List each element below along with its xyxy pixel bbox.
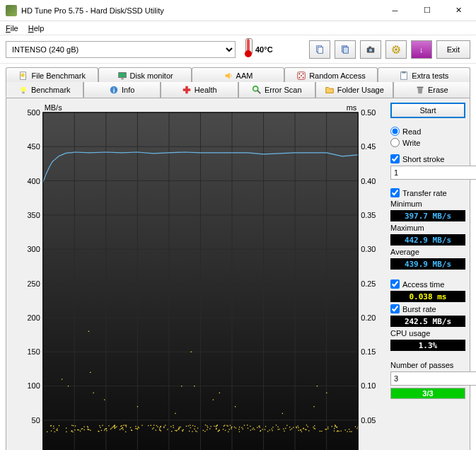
check-burst-rate[interactable]: Burst rate — [390, 304, 465, 313]
svg-rect-159 — [163, 427, 164, 428]
svg-rect-291 — [286, 425, 287, 426]
tab-folder-usage[interactable]: Folder Usage — [315, 82, 393, 98]
svg-rect-153 — [236, 427, 236, 428]
svg-rect-273 — [82, 428, 83, 429]
menu-help[interactable]: Help — [28, 24, 45, 33]
passes-input[interactable] — [390, 371, 476, 386]
svg-rect-172 — [278, 429, 279, 429]
svg-rect-235 — [163, 426, 164, 427]
svg-rect-237 — [303, 428, 303, 429]
copy-info-button[interactable] — [309, 40, 330, 59]
svg-text:0.05: 0.05 — [361, 416, 376, 425]
minimize-button[interactable]: ─ — [379, 1, 411, 21]
tab-file-benchmark[interactable]: File Benchmark — [6, 67, 98, 83]
svg-rect-274 — [108, 425, 109, 426]
check-access-time[interactable]: Access time — [390, 279, 465, 289]
tab-error-scan[interactable]: Error Scan — [238, 82, 316, 98]
svg-rect-341 — [313, 406, 314, 407]
svg-rect-1 — [318, 47, 323, 53]
svg-rect-313 — [156, 429, 156, 430]
svg-rect-340 — [282, 413, 283, 414]
svg-rect-267 — [341, 431, 342, 432]
title-bar: HD Tune Pro 5.75 - Hard Disk/SSD Utility… — [0, 0, 476, 21]
menu-file[interactable]: File — [6, 24, 18, 33]
svg-rect-289 — [77, 429, 78, 430]
tab-health[interactable]: Health — [161, 82, 238, 98]
svg-rect-169 — [351, 431, 352, 432]
start-button[interactable]: Start — [390, 103, 465, 118]
tab-random-access[interactable]: Random Access — [284, 67, 377, 83]
tab-info[interactable]: iInfo — [83, 82, 161, 98]
app-icon — [6, 5, 17, 16]
svg-rect-258 — [234, 427, 235, 427]
save-button[interactable]: ↓ — [411, 40, 432, 59]
svg-rect-142 — [250, 426, 250, 427]
svg-rect-189 — [260, 427, 260, 428]
svg-rect-321 — [114, 425, 115, 426]
svg-rect-217 — [192, 425, 193, 426]
svg-rect-266 — [265, 426, 266, 427]
tab-erase[interactable]: Erase — [393, 82, 471, 98]
svg-rect-211 — [179, 427, 180, 427]
maximize-button[interactable]: ☐ — [411, 1, 443, 21]
svg-rect-206 — [194, 429, 195, 429]
benchmark-chart: 5010015020025030035040045050001002003004… — [11, 103, 385, 450]
settings-button[interactable] — [385, 40, 407, 59]
svg-rect-181 — [250, 429, 251, 430]
short-stroke-row: ▲▼ gB — [390, 166, 465, 180]
svg-rect-329 — [90, 372, 91, 373]
svg-rect-286 — [54, 432, 55, 432]
svg-rect-106 — [272, 427, 273, 427]
file-benchmark-icon — [18, 71, 28, 81]
tab-benchmark[interactable]: Benchmark — [6, 82, 83, 98]
svg-rect-325 — [335, 425, 335, 425]
svg-rect-303 — [190, 425, 190, 425]
label-cpu-usage: CPU usage — [390, 329, 465, 338]
svg-rect-299 — [337, 430, 338, 431]
svg-rect-262 — [81, 429, 82, 429]
check-short-stroke[interactable]: Short stroke — [390, 154, 465, 163]
folder-icon — [325, 85, 335, 95]
svg-text:0.20: 0.20 — [361, 313, 376, 322]
check-transfer-rate[interactable]: Transfer rate — [390, 188, 465, 197]
tab-aam[interactable]: AAM — [192, 67, 284, 83]
svg-point-8 — [395, 48, 397, 51]
svg-rect-323 — [349, 431, 350, 432]
close-button[interactable]: ✕ — [443, 1, 475, 21]
svg-rect-173 — [72, 432, 73, 432]
tab-disk-monitor[interactable]: Disk monitor — [98, 67, 191, 83]
svg-rect-281 — [74, 429, 75, 430]
svg-point-18 — [303, 76, 304, 78]
drive-select[interactable]: INTENSO (240 gB) — [6, 41, 236, 58]
svg-rect-148 — [223, 429, 224, 429]
svg-rect-94 — [47, 432, 47, 432]
svg-rect-316 — [152, 428, 153, 429]
svg-text:350: 350 — [28, 211, 40, 219]
benchmark-panel: 5010015020025030035040045050001002003004… — [6, 98, 470, 450]
tab-extra-tests[interactable]: Extra tests — [378, 67, 470, 83]
radio-read[interactable]: Read — [390, 127, 465, 136]
svg-rect-285 — [160, 427, 161, 427]
svg-rect-312 — [165, 425, 166, 425]
svg-rect-6 — [368, 46, 371, 48]
screenshot-button[interactable] — [360, 40, 381, 59]
svg-rect-161 — [189, 431, 190, 432]
monitor-icon — [117, 71, 127, 81]
short-stroke-input[interactable] — [390, 166, 476, 180]
svg-rect-318 — [239, 431, 240, 432]
svg-text:0.50: 0.50 — [361, 108, 376, 117]
exit-button[interactable]: Exit — [436, 40, 470, 59]
svg-rect-182 — [217, 425, 218, 425]
svg-rect-253 — [345, 429, 346, 430]
svg-rect-245 — [179, 428, 180, 429]
svg-rect-284 — [301, 429, 301, 430]
copy-screenshot-button[interactable] — [335, 40, 356, 59]
svg-rect-130 — [269, 429, 269, 430]
svg-text:ms: ms — [347, 103, 357, 112]
svg-rect-282 — [355, 427, 356, 427]
svg-rect-103 — [141, 425, 142, 426]
svg-rect-259 — [347, 431, 347, 432]
radio-write[interactable]: Write — [390, 138, 465, 147]
svg-rect-144 — [321, 431, 322, 432]
svg-line-28 — [257, 91, 260, 93]
